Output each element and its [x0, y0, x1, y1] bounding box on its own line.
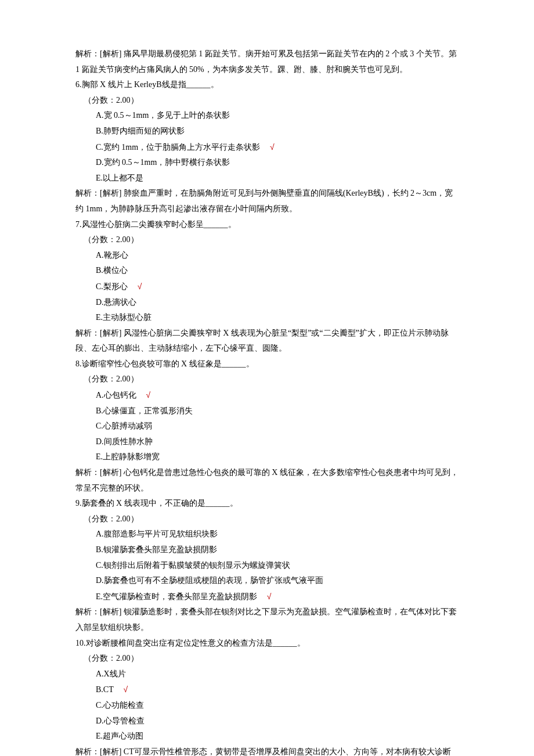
q9-option-c: C.钡剂排出后附着于黏膜皱襞的钡剂显示为螺旋弹簧状: [75, 558, 459, 574]
check-icon: √: [146, 390, 150, 399]
question-6: 6.胸部 X 线片上 KerleyB线是指______。 （分数：2.00） A…: [75, 77, 459, 217]
check-icon: √: [138, 282, 142, 291]
q8-option-c: C.心脏搏动减弱: [75, 419, 459, 434]
q7-score: （分数：2.00）: [75, 232, 459, 248]
q7-analysis: 解析：[解析] 风湿性心脏病二尖瓣狭窄时 X 线表现为心脏呈“梨型”或“二尖瓣型…: [75, 326, 459, 357]
q7-option-c-text: C.梨形心: [96, 282, 128, 291]
q6-option-a: A.宽 0.5～1mm，多见于上叶的条状影: [75, 108, 459, 124]
q9-stem: 9.肠套叠的 X 线表现中，不正确的是______。: [75, 496, 459, 512]
pre-analysis: 解析：[解析] 痛风早期最易侵犯第 1 跖趾关节。病开始可累及包括第一跖趾关节在…: [75, 46, 459, 77]
q6-option-c-text: C.宽约 1mm，位于肋膈角上方水平行走条状影: [96, 143, 260, 152]
q9-analysis: 解析：[解析] 钡灌肠造影时，套叠头部在钡剂对比之下显示为充盈缺损。空气灌肠检查…: [75, 604, 459, 635]
q10-option-b-text: B.CT: [96, 685, 114, 694]
q8-score: （分数：2.00）: [75, 372, 459, 387]
q7-option-b: B.横位心: [75, 263, 459, 279]
q10-option-d: D.心导管检查: [75, 714, 459, 729]
q8-option-e: E.上腔静脉影增宽: [75, 449, 459, 465]
q6-option-c: C.宽约 1mm，位于肋膈角上方水平行走条状影√: [75, 139, 459, 156]
q6-analysis: 解析：[解析] 肺瘀血严重时，在肋膈角附近可见到与外侧胸壁垂直的间隔线(Kerl…: [75, 186, 459, 217]
q6-score: （分数：2.00）: [75, 93, 459, 109]
q6-option-e: E.以上都不是: [75, 171, 459, 186]
q8-option-a: A.心包钙化√: [75, 387, 459, 404]
q10-option-e: E.超声心动图: [75, 729, 459, 744]
question-7: 7.风湿性心脏病二尖瓣狭窄时心影呈______。 （分数：2.00） A.靴形心…: [75, 217, 459, 357]
question-10: 10.对诊断腰椎间盘突出症有定位定性意义的检查方法是______。 （分数：2.…: [75, 636, 459, 756]
q9-score: （分数：2.00）: [75, 512, 459, 527]
q8-analysis: 解析：[解析] 心包钙化是曾患过急性心包炎的最可靠的 X 线征象，在大多数缩窄性…: [75, 465, 459, 496]
q6-stem: 6.胸部 X 线片上 KerleyB线是指______。: [75, 77, 459, 93]
q9-option-e-text: E.空气灌肠检查时，套叠头部呈充盈缺损阴影: [96, 592, 257, 601]
q6-option-d: D.宽约 0.5～1mm，肺中野横行条状影: [75, 155, 459, 171]
q10-option-a: A.X线片: [75, 667, 459, 682]
q9-option-e: E.空气灌肠检查时，套叠头部呈充盈缺损阴影√: [75, 589, 459, 605]
q7-option-a: A.靴形心: [75, 248, 459, 264]
check-icon: √: [124, 685, 128, 694]
check-icon: √: [267, 592, 272, 601]
q7-stem: 7.风湿性心脏病二尖瓣狭窄时心影呈______。: [75, 217, 459, 233]
question-8: 8.诊断缩窄性心包炎较可靠的 X 线征象是______。 （分数：2.00） A…: [75, 357, 459, 496]
q8-option-d: D.间质性肺水肿: [75, 434, 459, 450]
q9-option-a: A.腹部造影与平片可见软组织块影: [75, 527, 459, 542]
q9-option-b: B.钡灌肠套叠头部呈充盈缺损阴影: [75, 542, 459, 558]
q7-option-e: E.主动脉型心脏: [75, 310, 459, 326]
q10-option-c: C.心功能检查: [75, 698, 459, 714]
q7-option-c: C.梨形心√: [75, 279, 459, 295]
q10-stem: 10.对诊断腰椎间盘突出症有定位定性意义的检查方法是______。: [75, 636, 459, 651]
check-icon: √: [270, 142, 275, 152]
q8-option-b: B.心缘僵直，正常弧形消失: [75, 404, 459, 419]
q7-option-d: D.悬滴状心: [75, 295, 459, 311]
q8-option-a-text: A.心包钙化: [96, 391, 136, 399]
q10-analysis: 解析：[解析] CT可显示骨性椎管形态，黄韧带是否增厚及椎间盘突出的大小、方向等…: [75, 744, 459, 756]
q9-option-d: D.肠套叠也可有不全肠梗阻或梗阻的表现，肠管扩张或气液平面: [75, 573, 459, 589]
q10-score: （分数：2.00）: [75, 651, 459, 667]
q6-option-b: B.肺野内细而短的网状影: [75, 124, 459, 139]
q10-option-b: B.CT√: [75, 682, 459, 698]
question-9: 9.肠套叠的 X 线表现中，不正确的是______。 （分数：2.00） A.腹…: [75, 496, 459, 635]
q8-stem: 8.诊断缩窄性心包炎较可靠的 X 线征象是______。: [75, 357, 459, 372]
